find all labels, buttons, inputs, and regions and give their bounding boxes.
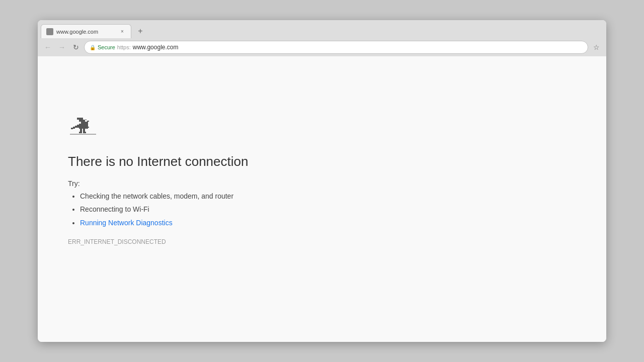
dino-icon	[68, 117, 98, 142]
secure-lock-icon: 🔒	[90, 45, 96, 50]
svg-rect-17	[71, 128, 73, 129]
refresh-button[interactable]: ↻	[70, 41, 82, 53]
url-text: www.google.com	[133, 44, 179, 51]
svg-rect-6	[81, 122, 88, 124]
svg-rect-2	[81, 118, 83, 120]
list-item: Running Network Diagnostics	[80, 217, 370, 228]
new-tab-button[interactable]: +	[133, 24, 147, 38]
svg-rect-13	[86, 126, 88, 128]
suggestion-text-2: Reconnecting to Wi-Fi	[80, 205, 149, 213]
page-content: There is no Internet connection Try: Che…	[38, 56, 606, 342]
svg-rect-12	[77, 125, 79, 128]
svg-rect-20	[79, 132, 82, 133]
url-separator: https:	[117, 44, 131, 50]
address-bar-row: ← → ↻ 🔒 Secure https: www.google.com ☆	[38, 38, 606, 56]
error-container: There is no Internet connection Try: Che…	[68, 76, 370, 245]
back-button[interactable]: ←	[42, 41, 54, 53]
suggestions-list: Checking the network cables, modem, and …	[68, 191, 370, 228]
svg-rect-14	[88, 127, 89, 128]
browser-window: www.google.com × + ← → ↻ 🔒 Secure https:…	[38, 20, 606, 342]
address-bar[interactable]: 🔒 Secure https: www.google.com	[84, 41, 588, 54]
tab-title: www.google.com	[56, 29, 116, 35]
browser-chrome: www.google.com × + ← → ↻ 🔒 Secure https:…	[38, 20, 606, 56]
error-title: There is no Internet connection	[68, 154, 370, 169]
svg-rect-0	[77, 118, 79, 120]
try-label: Try:	[68, 179, 370, 188]
svg-rect-21	[83, 132, 86, 133]
tab-close-button[interactable]: ×	[119, 28, 126, 35]
svg-rect-4	[81, 120, 83, 122]
desktop: www.google.com × + ← → ↻ 🔒 Secure https:…	[0, 0, 644, 362]
svg-rect-16	[73, 127, 75, 129]
svg-rect-3	[79, 120, 81, 122]
list-item: Reconnecting to Wi-Fi	[80, 204, 370, 215]
suggestion-text-1: Checking the network cables, modem, and …	[80, 192, 233, 200]
secure-label: Secure	[98, 44, 115, 50]
error-code: ERR_INTERNET_DISCONNECTED	[68, 238, 370, 245]
svg-rect-15	[75, 126, 77, 128]
dino-container	[68, 117, 370, 144]
svg-rect-5	[83, 120, 85, 122]
svg-rect-1	[79, 118, 81, 120]
forward-button[interactable]: →	[56, 41, 68, 53]
list-item: Checking the network cables, modem, and …	[80, 191, 370, 202]
bookmark-star-button[interactable]: ☆	[590, 41, 602, 53]
tab-favicon-icon	[46, 28, 53, 35]
browser-tab[interactable]: www.google.com ×	[41, 24, 131, 38]
tab-bar: www.google.com × +	[38, 20, 606, 38]
svg-rect-9	[86, 119, 87, 120]
svg-rect-22	[70, 134, 96, 135]
run-diagnostics-link[interactable]: Running Network Diagnostics	[80, 219, 173, 227]
svg-rect-10	[87, 121, 89, 122]
